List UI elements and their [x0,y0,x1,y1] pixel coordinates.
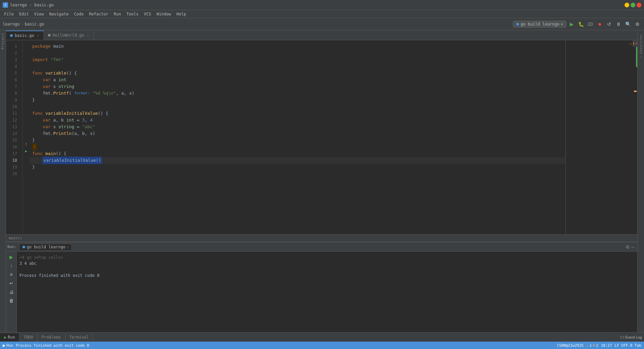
status-warnings: ⚠ 1 ⚑ 2 [586,343,598,348]
svg-point-5 [22,246,25,248]
run-label: Run: [7,245,16,249]
menu-view[interactable]: View [32,11,47,17]
project-label[interactable]: Project [0,30,5,52]
coverage-button[interactable] [586,20,594,28]
paren-8: ( [69,90,74,97]
menu-window[interactable]: Window [154,11,174,17]
debug-button[interactable]: 🐛 [577,20,585,28]
fmt-14: fmt. [43,130,53,137]
close-button[interactable] [637,3,641,7]
breadcrumb-project[interactable]: learngo [3,22,20,27]
gutter-15 [23,134,30,141]
tab-helloworld-go[interactable]: HelloWorld.go ✕ [44,31,94,40]
print-button[interactable]: 🖨 [7,288,15,296]
event-log-button[interactable]: Event Log [618,335,644,340]
line-num-9: 9 [6,97,20,103]
gutter-header: ⚠1 ⚑2 [633,40,637,47]
menu-run[interactable]: Run [111,11,124,17]
var-a: a [51,77,58,83]
tab-run[interactable]: ▶ Run [0,333,19,341]
gutter-11 [23,107,30,114]
gutter-7 [23,81,30,87]
gutter-warning-marker [634,91,637,92]
menu-code[interactable]: Code [71,11,87,17]
line-num-2: 2 [6,50,20,56]
run-tab-close[interactable]: ✕ [67,245,69,249]
run-button[interactable]: ▶ [568,20,576,28]
tab-basic-go-close[interactable]: ✕ [36,34,40,38]
kw-func-5: func [32,70,43,77]
menu-tools[interactable]: Tools [124,11,141,17]
space-8 [90,90,93,97]
maximize-button[interactable] [631,3,635,7]
filter-button[interactable]: ≡ [7,270,15,279]
favorites-label: Favorites [639,34,643,54]
tab-todo[interactable]: TODO [19,333,38,341]
indent-13 [32,123,43,130]
type-int-12: int [66,117,74,123]
tab-terminal[interactable]: Terminal [65,333,93,341]
run-config-icon [516,22,519,26]
scroll-up-button[interactable]: ↑ [7,262,15,270]
panel-settings-button[interactable]: ⚙ [626,244,630,250]
status-run-button[interactable]: ▶ Run [3,343,13,348]
run-config-selector[interactable]: go build learngo ▾ [513,21,566,28]
tab-run-label: Run [8,335,15,340]
num-3: 3 [82,117,85,123]
menu-vcs[interactable]: VCS [141,11,154,17]
wrap-button[interactable]: ↵ [7,279,15,287]
pause-button[interactable]: ⏸ [614,20,623,28]
menu-edit[interactable]: Edit [16,11,32,17]
gutter-2 [23,47,30,54]
run-panel: ▶ ↑ ≡ ↵ 🖨 🗑 <4 go setup calls> 3 4 abc P… [6,252,637,332]
menu-file[interactable]: File [1,11,16,17]
indent-12 [32,117,43,123]
fn-println: Println [53,130,72,137]
kw-func-17: func [32,150,43,157]
gutter-3 [23,54,30,60]
bottom-panel-tabs-row: Run: go build learngo ✕ ⚙ ─ [6,242,637,252]
bottom-tabs-bar: ▶ Run TODO Problems Terminal Event Log [0,332,644,342]
line-num-6: 6 [6,77,20,83]
run-again-button[interactable]: ▶ [7,253,15,261]
indent-6 [32,77,43,83]
run-sidebar: ▶ ↑ ≡ ↵ 🖨 🗑 [6,252,17,332]
code-editor[interactable]: package main import "fmt" func variable(… [30,40,565,234]
gutter-14 [23,128,30,134]
stop-button[interactable]: ■ [596,20,604,28]
settings-toolbar-button[interactable]: ⚙ [633,20,641,28]
clear-button[interactable]: 🗑 [7,297,15,305]
rerun-button[interactable]: ↺ [605,20,613,28]
line-num-10: 10 [6,103,20,110]
line-num-14: 14 [6,130,20,137]
menu-navigate[interactable]: Navigate [47,11,71,17]
panel-minimize-button[interactable]: ─ [631,244,635,250]
kw-var-7: var [43,83,50,90]
bottom-panel: Run: go build learngo ✕ ⚙ ─ ▶ ↑ ≡ [6,242,637,332]
breadcrumb-file[interactable]: basic.go [25,22,44,27]
tab-problems[interactable]: Problems [38,333,65,341]
error-count-status: 2 [596,343,598,348]
svg-text:J: J [5,4,6,7]
menu-refactor[interactable]: Refactor [86,11,111,17]
code-line-15: } [30,137,565,144]
warning-triangle: ⚠ [586,343,589,348]
gutter-12 [23,114,30,121]
minimize-button[interactable] [625,3,629,7]
right-panel [566,40,633,234]
tab-helloworld-go-close[interactable]: ✕ [86,33,90,38]
event-log-label: Event Log [625,335,642,339]
search-button[interactable]: 🔍 [624,20,632,28]
indent-18 [32,157,43,164]
code-line-3: import "fmt" [30,56,565,63]
status-encoding: LF UTF-8 Tab [615,343,641,348]
console-output[interactable]: <4 go setup calls> 3 4 abc Process finis… [17,252,637,332]
fn-variable: variable [45,70,66,77]
line-num-20: 20 [6,170,20,177]
title-bar-controls[interactable] [625,3,641,7]
run-tab[interactable]: go build learngo ✕ [19,244,72,250]
menu-help[interactable]: Help [174,11,189,17]
tab-basic-go[interactable]: basic.go ✕ [6,31,44,40]
tab-todo-label: TODO [23,335,33,340]
code-line-18: variableInitialValue() [30,157,565,164]
